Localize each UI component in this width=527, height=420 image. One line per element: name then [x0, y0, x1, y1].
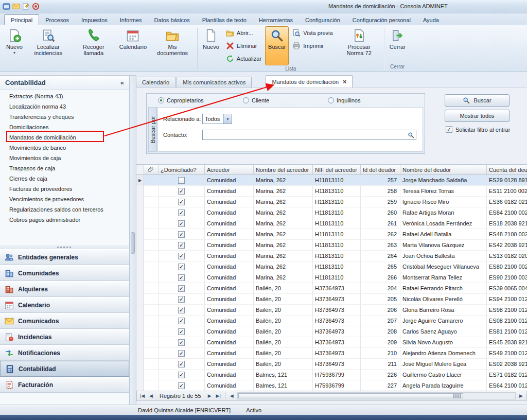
domiciliado-checkbox[interactable]: ✓ [178, 274, 185, 281]
relacionado-combobox[interactable]: Todos ▼ [202, 114, 232, 124]
domiciliado-checkbox[interactable]: ✓ [178, 361, 185, 367]
ribbon-tab-configuracion[interactable]: Configuración [299, 15, 346, 25]
ribbon-tab-principal[interactable]: Principal [4, 14, 39, 25]
table-row[interactable]: ✓ComunidadBailén, 20H37364973204Rafael F… [136, 283, 527, 294]
solicitar-filtro-checkbox[interactable]: ✓ Solicitar filtro al entrar [446, 126, 510, 133]
eliminar-button[interactable]: Eliminar [224, 41, 263, 50]
cerrar-button[interactable]: Cerrar [387, 26, 409, 63]
sidebar-nav-facturacion[interactable]: Facturación [0, 377, 129, 393]
column-header-domiciliado[interactable]: ¿Domiciliado? [159, 165, 205, 175]
domiciliado-checkbox[interactable]: ✓ [178, 339, 185, 346]
collapse-chevron-icon[interactable]: « [120, 79, 124, 86]
contacto-input-field[interactable] [203, 131, 408, 139]
sidebar-nav-notificaciones[interactable]: Notificaciones [0, 345, 129, 361]
domiciliado-checkbox[interactable]: ✓ [178, 199, 185, 205]
radio-copropietarios[interactable]: Copropietarios [158, 97, 243, 103]
sidebar-item-transferencias-y-cheques[interactable]: Transferencias y cheques [0, 112, 129, 122]
calendario-button[interactable]: Calendario [116, 26, 150, 63]
sidebar-item-extractos-norma-43[interactable]: Extractos (Norma 43) [0, 91, 129, 101]
table-row[interactable]: ✓ComunidadMarina, 262H11813110266Montser… [136, 272, 527, 283]
domiciliado-checkbox[interactable]: ✓ [178, 188, 185, 195]
sidebar-item-facturas-de-proveedores[interactable]: Facturas de proveedores [0, 184, 129, 194]
domiciliado-checkbox[interactable]: ✓ [178, 242, 185, 249]
table-row[interactable]: ▶ComunidadMarina, 262H11813110257Jorge M… [136, 175, 527, 186]
sidebar-nav-comunicados[interactable]: Comunicados [0, 313, 129, 329]
column-header-acreedor[interactable]: Acreedor [205, 165, 254, 175]
table-row[interactable]: ✓ComunidadMarina, 262H11813110262Rafael … [136, 229, 527, 240]
hscroll-left-button[interactable]: ◀ [227, 393, 236, 398]
table-row[interactable]: ✓ComunidadBailén, 20H37364973209Silvia N… [136, 337, 527, 348]
sidebar-nav-contabilidad[interactable]: Contabilidad [0, 361, 129, 377]
pager-prev-button[interactable]: ◀ [147, 393, 155, 398]
sidebar-nav-comunidades[interactable]: Comunidades [0, 265, 129, 281]
domiciliado-checkbox[interactable]: ✓ [178, 209, 185, 216]
column-header-nombre-del-deudor[interactable]: Nombre del deudor [400, 165, 487, 175]
table-row[interactable]: ✓ComunidadMarina, 262H11813110265Cristób… [136, 261, 527, 272]
mostrar-todos-button[interactable]: Mostrar todos [445, 110, 510, 122]
ribbon-tab-informes[interactable]: Informes [114, 15, 148, 25]
table-row[interactable]: ✓ComunidadMarina, 262H11813110263Marta V… [136, 240, 527, 251]
domiciliado-checkbox[interactable]: ✓ [178, 318, 185, 324]
table-row[interactable]: ✓ComunidadMarina, 262H11813110258Teresa … [136, 186, 527, 197]
domiciliado-checkbox[interactable]: ✓ [178, 253, 185, 259]
document-tab-mandatos-de-domiciliacion[interactable]: Mandatos de domiciliación× [266, 75, 353, 87]
scrollbar-thumb[interactable] [131, 232, 135, 254]
tab-close-icon[interactable]: × [343, 78, 346, 85]
pager-first-button[interactable]: |◀ [138, 393, 147, 398]
search-icon[interactable] [408, 132, 414, 138]
table-row[interactable]: ✓ComunidadMarina, 262H11813110261Verónic… [136, 218, 527, 229]
sidebar-nav-alquileres[interactable]: Alquileres [0, 281, 129, 297]
domiciliado-checkbox[interactable] [178, 177, 185, 184]
table-row[interactable]: ✓ComunidadBalmes, 121H75936799227Angela … [136, 380, 527, 391]
buscar-button[interactable]: Buscar [445, 94, 510, 107]
sidebar-nav-calendario[interactable]: Calendario [0, 297, 129, 313]
ribbon-tab-configuracion-personal[interactable]: Configuración personal [346, 15, 417, 25]
vista-previa-button[interactable]: Vista previa [291, 28, 334, 38]
domiciliado-checkbox[interactable]: ✓ [178, 285, 185, 292]
procesar-norma-72-button[interactable]: Procesar Norma 72 [337, 26, 382, 65]
sidebar-item-cierres-de-caja[interactable]: Cierres de caja [0, 173, 129, 184]
sidebar-item-regularizaciones-saldos-con-terceros[interactable]: Regularizaciones saldos con terceros [0, 204, 129, 215]
ribbon-tab-impuestos[interactable]: Impuestos [75, 15, 114, 25]
ribbon-tab-herramientas[interactable]: Herramientas [253, 15, 299, 25]
horizontal-scrollbar-thumb[interactable] [238, 393, 463, 398]
hscroll-right-button[interactable]: ▶ [517, 393, 525, 398]
table-row[interactable]: ✓ComunidadBalmes, 121H75936799226Guiller… [136, 370, 527, 380]
sidebar-nav-entidades-generales[interactable]: Entidades generales [0, 249, 129, 265]
table-row[interactable]: ✓ComunidadMarina, 262H11813110264Joan Oc… [136, 251, 527, 261]
domiciliado-checkbox[interactable]: ✓ [178, 372, 185, 378]
radio-cliente[interactable]: Cliente [243, 97, 328, 103]
document-tab-calendario[interactable]: Calendario [136, 77, 175, 87]
document-tab-mis-comunicados-activos[interactable]: Mis comunicados activos [177, 77, 252, 87]
contacto-input[interactable] [202, 130, 416, 140]
sidebar-nav-incidencias[interactable]: Incidencias [0, 329, 129, 345]
buscar-button[interactable]: Buscar [265, 26, 289, 65]
nuevo-button[interactable]: Nuevo▾ [3, 26, 26, 63]
mis-documentos-button[interactable]: Mis documentos [150, 26, 195, 63]
ribbon-tab-plantillas-de-texto[interactable]: Plantillas de texto [196, 15, 253, 25]
table-row[interactable]: ✓ComunidadBailén, 20H37364973206Gloria B… [136, 305, 527, 316]
pager-next-button[interactable]: ▶ [205, 393, 214, 398]
sidebar-item-vencimientos-de-proveedores[interactable]: Vencimientos de proveedores [0, 194, 129, 204]
recoger-llamada-button[interactable]: Recoger llamada [71, 26, 116, 63]
table-row[interactable]: ✓ComunidadBailén, 20H37364973207Jorge Ag… [136, 316, 527, 326]
pager-last-button[interactable]: ▶| [214, 393, 223, 398]
table-row[interactable]: ✓ComunidadMarina, 262H11813110260Rafae A… [136, 207, 527, 218]
imprimir-button[interactable]: Imprimir [291, 41, 334, 50]
domiciliado-checkbox[interactable]: ✓ [178, 296, 185, 303]
domiciliado-checkbox[interactable]: ✓ [178, 307, 185, 313]
domiciliado-checkbox[interactable]: ✓ [178, 220, 185, 227]
actualizar-button[interactable]: Actualizar [224, 54, 263, 63]
sidebar-item-traspasos-de-caja[interactable]: Traspasos de caja [0, 163, 129, 173]
abrir-button[interactable]: Abrir... [224, 28, 263, 38]
radio-inquilinos[interactable]: Inquilinos [328, 97, 413, 103]
ribbon-tab-ayuda[interactable]: Ayuda [417, 15, 445, 25]
grid-header-attachment[interactable] [144, 165, 159, 175]
domiciliado-checkbox[interactable]: ✓ [178, 264, 185, 270]
horizontal-scrollbar[interactable] [237, 392, 516, 399]
sidebar-item-domiciliaciones[interactable]: Domiciliaciones [0, 122, 129, 132]
sidebar-item-cobros-pagos-administrador[interactable]: Cobros pagos administrador [0, 215, 129, 225]
column-header-cuenta-del-deu[interactable]: Cuenta del deu [487, 165, 527, 175]
table-row[interactable]: ✓ComunidadMarina, 262H11813110259Ignacio… [136, 197, 527, 207]
sidebar-scrollbar[interactable] [130, 75, 136, 405]
